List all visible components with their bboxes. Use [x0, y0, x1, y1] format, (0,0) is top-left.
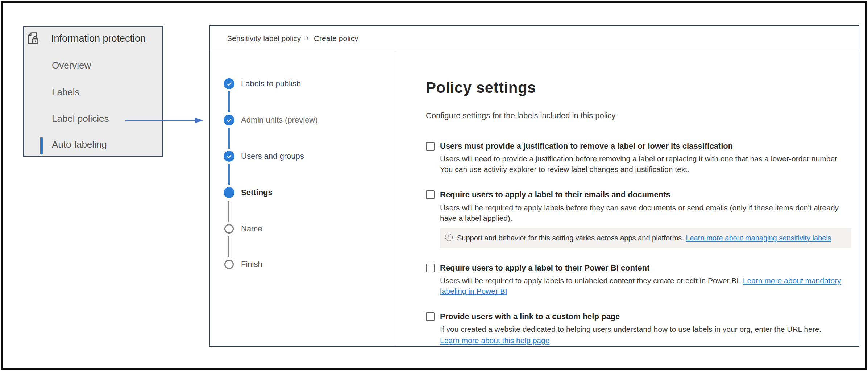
step-upcoming-icon [224, 260, 234, 269]
step-upcoming-icon [224, 224, 234, 234]
info-note-text: Support and behavior for this setting va… [457, 234, 686, 242]
setting-label: Require users to apply a label to their … [440, 190, 851, 199]
wizard-step-settings[interactable]: Settings [210, 187, 395, 198]
custom-help-page-checkbox[interactable] [426, 312, 435, 321]
sidebar-item-overview[interactable]: Overview [52, 60, 91, 71]
step-complete-check-icon [224, 115, 234, 125]
sidebar-header[interactable]: Information protection [26, 31, 146, 46]
step-complete-check-icon [224, 151, 234, 162]
require-label-power-bi-checkbox[interactable] [426, 264, 435, 272]
breadcrumb-sensitivity-label-policy[interactable]: Sensitivity label policy [227, 34, 301, 43]
step-label: Labels to publish [241, 79, 301, 88]
wizard-step-users-and-groups[interactable]: Users and groups [210, 151, 395, 162]
breadcrumb-create-policy: Create policy [314, 34, 358, 43]
step-label: Name [241, 224, 262, 234]
policy-settings-content: Policy settings Configure settings for t… [426, 51, 851, 346]
step-connector [228, 128, 230, 149]
setting-label: Provide users with a link to a custom he… [440, 312, 851, 321]
setting-row-custom-help-page: Provide users with a link to a custom he… [426, 312, 851, 346]
information-protection-sidebar: Information protection Overview Labels L… [23, 26, 163, 157]
wizard-step-finish: Finish [210, 260, 395, 269]
info-banner: i Support and behavior for this setting … [440, 228, 851, 248]
setting-row-require-label-emails-documents: Require users to apply a label to their … [426, 190, 851, 248]
step-complete-check-icon [224, 78, 234, 89]
step-label: Admin units (preview) [241, 115, 318, 125]
setting-description-text: Users will be required to apply labels t… [440, 276, 743, 285]
setting-description: Users will be required to apply labels t… [440, 276, 851, 297]
breadcrumb: Sensitivity label policy › Create policy [210, 26, 859, 51]
sidebar-item-labels[interactable]: Labels [52, 87, 80, 98]
step-current-icon [224, 187, 234, 198]
sidebar-item-label-policies[interactable]: Label policies [52, 113, 109, 124]
wizard-step-labels-to-publish[interactable]: Labels to publish [210, 78, 395, 89]
info-icon: i [445, 234, 453, 241]
step-connector [228, 91, 230, 112]
sidebar-active-indicator [40, 137, 43, 154]
setting-label: Users must provide a justification to re… [440, 141, 851, 151]
setting-row-require-label-power-bi: Require users to apply a label to their … [426, 263, 851, 297]
create-policy-panel: Sensitivity label policy › Create policy… [209, 25, 859, 347]
step-connector [228, 236, 229, 257]
step-label: Users and groups [241, 152, 304, 161]
require-label-emails-documents-checkbox[interactable] [426, 190, 435, 199]
learn-more-help-page-link[interactable]: Learn more about this help page [440, 335, 851, 346]
breadcrumb-chevron-icon: › [306, 33, 309, 43]
step-label: Finish [241, 260, 262, 269]
step-connector [228, 164, 230, 185]
setting-description-text: If you created a website dedicated to he… [440, 325, 821, 333]
setting-description: If you created a website dedicated to he… [440, 324, 851, 346]
setting-label: Require users to apply a label to their … [440, 263, 851, 273]
wizard-step-rail: Labels to publish Admin units (preview) … [210, 51, 395, 346]
step-connector [228, 201, 229, 222]
sidebar-header-label: Information protection [51, 33, 146, 44]
annotation-arrow [123, 116, 204, 124]
setting-description: Users will be required to apply labels b… [440, 203, 851, 224]
step-label: Settings [241, 188, 273, 197]
page-subtitle: Configure settings for the labels includ… [426, 111, 851, 120]
page-title: Policy settings [426, 79, 851, 96]
learn-more-sensitivity-labels-link[interactable]: Learn more about managing sensitivity la… [686, 234, 831, 242]
screenshot-stage: Information protection Overview Labels L… [0, 0, 868, 371]
information-protection-icon [26, 31, 40, 46]
settings-list: Users must provide a justification to re… [426, 141, 851, 346]
sidebar-item-auto-labeling[interactable]: Auto-labeling [52, 139, 107, 150]
justification-checkbox[interactable] [426, 142, 435, 151]
setting-description: Users will need to provide a justificati… [440, 154, 851, 175]
wizard-step-name: Name [210, 224, 395, 234]
setting-row-justification: Users must provide a justification to re… [426, 141, 851, 175]
info-banner-text: Support and behavior for this setting va… [457, 233, 831, 243]
wizard-step-admin-units[interactable]: Admin units (preview) [210, 115, 395, 125]
